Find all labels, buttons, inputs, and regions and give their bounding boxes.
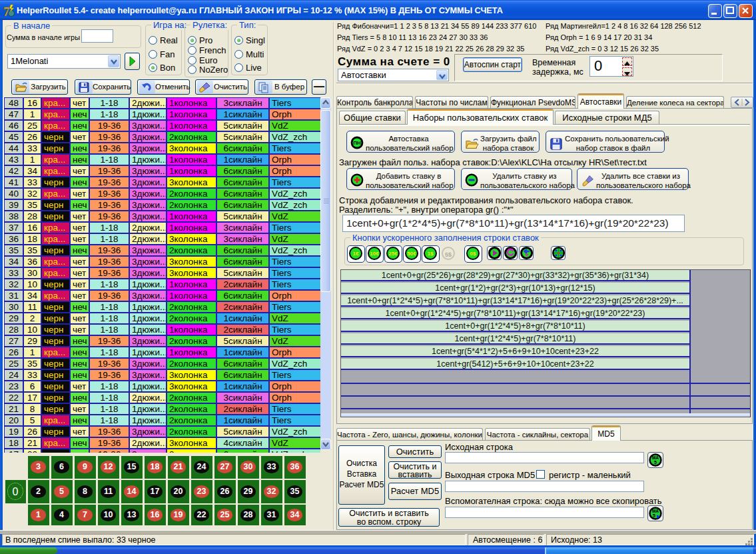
svg-text:МА: МА xyxy=(652,509,659,513)
svg-text:МА: МА xyxy=(652,455,659,460)
svg-text:7: 7 xyxy=(3,5,9,18)
svg-text:5: 5 xyxy=(654,460,657,465)
svg-text:ПН: ПН xyxy=(353,140,361,146)
svg-text:5: 5 xyxy=(653,513,655,518)
